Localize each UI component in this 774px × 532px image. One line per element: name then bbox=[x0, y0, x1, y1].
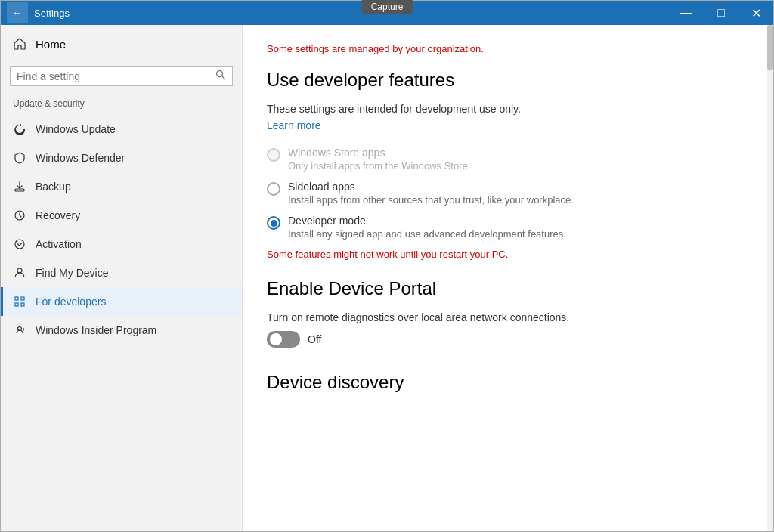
radio-developer-mode[interactable] bbox=[267, 216, 280, 230]
section-description: These settings are intended for developm… bbox=[267, 103, 737, 115]
sidebar-label-backup: Backup bbox=[36, 181, 71, 193]
sidebar-item-recovery[interactable]: Recovery bbox=[1, 201, 242, 230]
main-content: Some settings are managed by your organi… bbox=[243, 25, 767, 531]
radio-sublabel-developer-mode: Install any signed app and use advanced … bbox=[288, 228, 566, 240]
restart-warning: Some features might not work until you r… bbox=[267, 249, 737, 260]
insider-icon bbox=[13, 323, 26, 337]
activation-icon bbox=[13, 237, 26, 251]
capture-label: Capture bbox=[362, 0, 413, 14]
sidebar-label-windows-insider: Windows Insider Program bbox=[36, 324, 156, 336]
search-box[interactable] bbox=[10, 66, 233, 86]
grid-icon bbox=[13, 295, 26, 308]
sidebar-item-find-my-device[interactable]: Find My Device bbox=[1, 258, 242, 287]
device-discovery-title: Device discovery bbox=[267, 372, 737, 393]
svg-rect-6 bbox=[15, 297, 18, 300]
content-area: Home Update & security bbox=[1, 25, 773, 531]
org-warning: Some settings are managed by your organi… bbox=[267, 43, 737, 54]
svg-rect-2 bbox=[15, 189, 24, 191]
device-portal-toggle[interactable] bbox=[267, 331, 300, 348]
sidebar-item-activation[interactable]: Activation bbox=[1, 230, 242, 258]
sidebar-label-recovery: Recovery bbox=[36, 209, 80, 221]
radio-sideload[interactable] bbox=[267, 182, 280, 196]
device-portal-title: Enable Device Portal bbox=[267, 278, 737, 299]
device-portal-desc: Turn on remote diagnostics over local ar… bbox=[267, 311, 737, 323]
sidebar-item-windows-update[interactable]: Windows Update bbox=[1, 115, 242, 144]
minimize-button[interactable]: — bbox=[669, 1, 704, 25]
search-input[interactable] bbox=[17, 70, 215, 82]
section-label: Update & security bbox=[1, 95, 242, 115]
radio-option-developer-mode: Developer mode Install any signed app an… bbox=[267, 215, 737, 240]
close-button[interactable]: ✕ bbox=[738, 1, 773, 25]
sidebar-item-backup[interactable]: Backup bbox=[1, 172, 242, 201]
learn-more-link[interactable]: Learn more bbox=[267, 119, 321, 131]
toggle-label: Off bbox=[308, 333, 321, 345]
radio-content-windows-store: Windows Store apps Only install apps fro… bbox=[288, 147, 470, 172]
radio-option-windows-store: Windows Store apps Only install apps fro… bbox=[267, 147, 737, 172]
page-title: Use developer features bbox=[267, 70, 737, 91]
radio-sublabel-windows-store: Only install apps from the Windows Store… bbox=[288, 160, 470, 172]
svg-point-0 bbox=[217, 71, 223, 77]
radio-label-windows-store: Windows Store apps bbox=[288, 147, 470, 159]
svg-line-1 bbox=[222, 76, 225, 79]
backup-icon bbox=[13, 180, 26, 193]
radio-option-sideload: Sideload apps Install apps from other so… bbox=[267, 181, 737, 206]
svg-point-5 bbox=[17, 268, 22, 273]
scrollbar[interactable] bbox=[767, 25, 773, 531]
sidebar-label-activation: Activation bbox=[36, 238, 82, 250]
maximize-button[interactable]: □ bbox=[704, 1, 738, 25]
search-icon bbox=[215, 70, 226, 82]
svg-rect-8 bbox=[15, 303, 18, 306]
settings-window: ← Settings Capture — □ ✕ Home bbox=[0, 0, 774, 532]
update-icon bbox=[13, 122, 26, 136]
shield-icon bbox=[13, 151, 26, 165]
radio-label-developer-mode: Developer mode bbox=[288, 215, 566, 227]
radio-content-sideload: Sideload apps Install apps from other so… bbox=[288, 181, 574, 206]
radio-button-sideload[interactable] bbox=[267, 182, 280, 196]
sidebar-label-find-my-device: Find My Device bbox=[36, 267, 108, 279]
svg-rect-9 bbox=[21, 303, 24, 306]
recovery-icon bbox=[13, 209, 26, 222]
radio-button-developer-mode[interactable] bbox=[267, 216, 280, 230]
svg-rect-7 bbox=[21, 297, 24, 300]
window-title: Settings bbox=[34, 8, 70, 19]
sidebar-label-windows-update: Windows Update bbox=[36, 123, 116, 135]
toggle-knob bbox=[270, 333, 282, 345]
sidebar-label-for-developers: For developers bbox=[36, 295, 106, 308]
svg-point-4 bbox=[15, 240, 24, 249]
sidebar: Home Update & security bbox=[1, 25, 243, 531]
sidebar-item-windows-defender[interactable]: Windows Defender bbox=[1, 144, 242, 172]
sidebar-label-windows-defender: Windows Defender bbox=[36, 152, 125, 164]
radio-button-windows-store[interactable] bbox=[267, 148, 280, 162]
titlebar-left: ← Settings bbox=[7, 2, 70, 23]
radio-label-sideload: Sideload apps bbox=[288, 181, 574, 193]
radio-windows-store[interactable] bbox=[267, 148, 280, 162]
radio-content-developer-mode: Developer mode Install any signed app an… bbox=[288, 215, 566, 240]
radio-sublabel-sideload: Install apps from other sources that you… bbox=[288, 194, 574, 206]
person-icon bbox=[13, 266, 26, 280]
titlebar: ← Settings Capture — □ ✕ bbox=[1, 1, 773, 25]
sidebar-item-for-developers[interactable]: For developers bbox=[1, 287, 242, 316]
home-icon bbox=[13, 37, 26, 51]
sidebar-item-windows-insider[interactable]: Windows Insider Program bbox=[1, 316, 242, 345]
home-label: Home bbox=[36, 38, 66, 51]
scrollbar-thumb[interactable] bbox=[767, 25, 773, 70]
window-controls: — □ ✕ bbox=[669, 1, 773, 25]
toggle-container: Off bbox=[267, 331, 737, 348]
sidebar-item-home[interactable]: Home bbox=[1, 25, 242, 63]
back-button[interactable]: ← bbox=[7, 2, 28, 23]
